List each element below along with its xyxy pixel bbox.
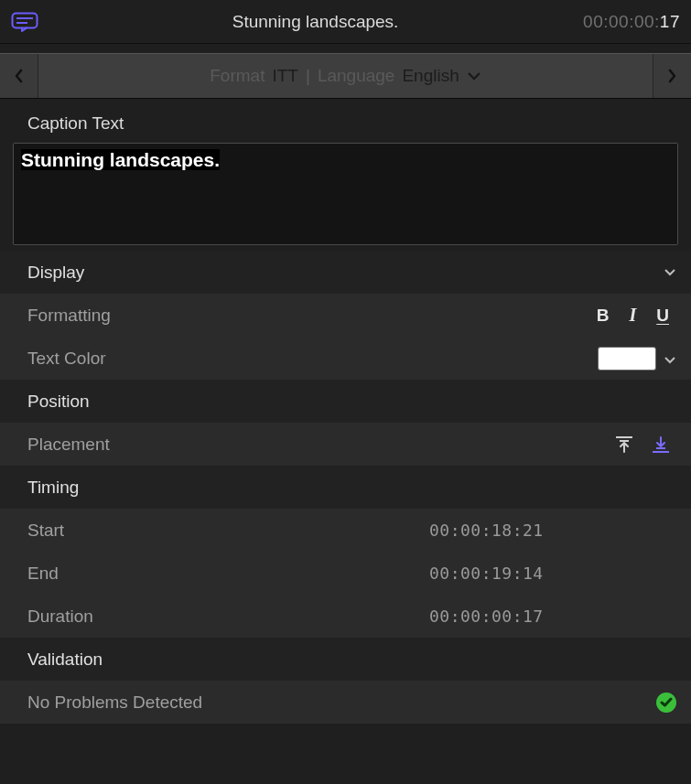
timecode-frames: 17 <box>660 12 680 31</box>
position-label: Position <box>27 392 90 412</box>
format-value: ITT <box>272 66 298 86</box>
duration-label: Duration <box>27 607 93 627</box>
end-label: End <box>27 564 59 584</box>
formatting-label: Formatting <box>27 306 111 326</box>
timing-end-row: End <box>0 552 691 595</box>
current-timecode: 00:00:00:17 <box>583 11 680 32</box>
language-label: Language <box>318 66 395 86</box>
bold-button[interactable]: B <box>597 306 610 326</box>
chevron-down-icon <box>664 356 676 364</box>
placement-row: Placement <box>0 423 691 466</box>
underline-button[interactable]: U <box>656 306 669 326</box>
caption-nav-bar: Format ITT | Language English <box>0 53 691 99</box>
validation-status-text: No Problems Detected <box>27 693 202 713</box>
caption-title: Stunning landscapes. <box>48 12 583 32</box>
format-label: Format <box>210 66 265 86</box>
start-label: Start <box>27 521 64 541</box>
italic-button[interactable]: I <box>629 305 636 326</box>
caption-text-label: Caption Text <box>0 99 691 143</box>
display-label: Display <box>27 263 84 283</box>
timing-start-row: Start <box>0 509 691 552</box>
position-section-header: Position <box>0 380 691 423</box>
svg-rect-0 <box>13 13 38 27</box>
timing-duration-row: Duration <box>0 595 691 638</box>
text-color-dropdown[interactable] <box>664 349 676 369</box>
format-language-dropdown[interactable]: Format ITT | Language English <box>38 54 653 98</box>
chevron-down-icon <box>467 71 481 81</box>
display-section-toggle[interactable]: Display <box>0 251 691 294</box>
timing-label: Timing <box>27 478 79 498</box>
inspector-header: Stunning landscapes. 00:00:00:17 <box>0 0 691 44</box>
next-caption-button[interactable] <box>653 54 691 98</box>
validation-section-header: Validation <box>0 638 691 681</box>
language-value: English <box>402 66 459 86</box>
validation-label: Validation <box>27 650 103 670</box>
caption-text-input[interactable]: Stunning landscapes. <box>13 143 678 245</box>
text-color-row: Text Color <box>0 337 691 380</box>
text-color-label: Text Color <box>27 349 106 369</box>
timecode-prefix: 00:00:00: <box>583 12 660 31</box>
validation-ok-icon <box>656 693 676 713</box>
duration-timecode-input[interactable] <box>420 602 676 631</box>
placement-bottom-button[interactable] <box>651 435 671 454</box>
text-color-swatch[interactable] <box>598 347 656 371</box>
formatting-row: Formatting B I U <box>0 294 691 337</box>
caption-mode-icon[interactable] <box>11 12 48 32</box>
end-timecode-input[interactable] <box>420 559 676 588</box>
timing-section-header: Timing <box>0 466 691 509</box>
validation-status-row: No Problems Detected <box>0 681 691 724</box>
placement-top-button[interactable] <box>614 435 634 454</box>
placement-label: Placement <box>27 435 110 455</box>
prev-caption-button[interactable] <box>0 54 38 98</box>
chevron-down-icon <box>664 268 676 276</box>
start-timecode-input[interactable] <box>420 516 676 545</box>
